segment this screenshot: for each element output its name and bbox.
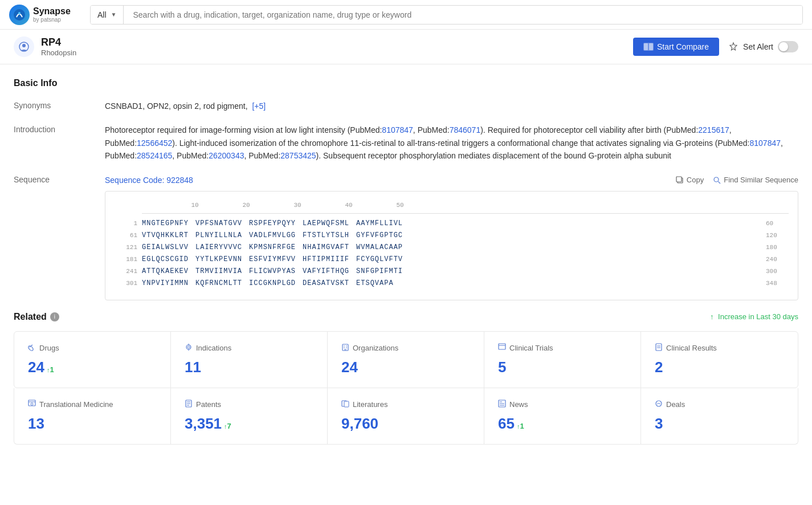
pubmed-link-2[interactable]: 7846071 bbox=[450, 125, 481, 135]
related-title: Related bbox=[14, 312, 47, 322]
seq-start-num: 61 bbox=[115, 231, 137, 241]
card-icon bbox=[28, 343, 36, 353]
seq-blocks: ATTQKAEKEVTRMVIIMVIAFLICWVPYASVAFYIFTHQG… bbox=[142, 266, 761, 277]
seq-block: EGLQCSCGID bbox=[142, 254, 189, 265]
search-dropdown[interactable]: All ▼ bbox=[91, 6, 124, 24]
seq-block: GYFVFGPTGC bbox=[356, 230, 403, 241]
seq-block: KPMSNFRFGE bbox=[249, 242, 296, 253]
pubmed-link-6[interactable]: 28524165 bbox=[137, 151, 172, 160]
card-count: 13 bbox=[28, 415, 157, 433]
card-label-text: News bbox=[509, 400, 528, 409]
intro-text-2: , PubMed: bbox=[413, 125, 450, 135]
card-label-text: Indications bbox=[196, 344, 231, 352]
sequence-box: 10 20 30 40 50 1 MNGTEGPNFYVPFSNATGVVRSP… bbox=[105, 191, 798, 300]
seq-block: LAEPWQFSML bbox=[303, 218, 349, 229]
svg-point-3 bbox=[22, 44, 26, 47]
pubmed-link-3[interactable]: 2215617 bbox=[698, 125, 729, 135]
card-label-text: Literatures bbox=[353, 400, 387, 409]
svg-rect-4 bbox=[644, 43, 648, 50]
intro-text-7: , PubMed: bbox=[172, 151, 209, 160]
svg-point-12 bbox=[187, 346, 190, 348]
find-similar-icon bbox=[713, 176, 721, 184]
seq-blocks: MNGTEGPNFYVPFSNATGVVRSPFEYPQYYLAEPWQFSML… bbox=[142, 218, 761, 229]
intro-text-8: , PubMed: bbox=[244, 151, 280, 160]
pubmed-link-1[interactable]: 8107847 bbox=[382, 125, 413, 135]
card-label-text: Translational Medicine bbox=[39, 400, 113, 409]
related-card[interactable]: Indications 11 bbox=[171, 332, 328, 388]
pubmed-link-5[interactable]: 8107847 bbox=[750, 139, 781, 148]
svg-point-1 bbox=[18, 12, 21, 14]
card-label-text: Patents bbox=[196, 400, 221, 409]
sequence-line: 61 VTVQHKKLRTPLNYILLNLAVADLFMVLGGFTSTLYT… bbox=[115, 230, 789, 241]
entity-subtitle: Rhodopsin bbox=[41, 48, 633, 57]
related-card[interactable]: Patents 3,351↑7 bbox=[171, 388, 328, 444]
card-label: Drugs bbox=[28, 343, 157, 353]
related-card[interactable]: Drugs 24↑1 bbox=[14, 332, 171, 388]
related-bottom-grid: Translational Medicine 13 Patents 3,351↑… bbox=[14, 388, 798, 445]
seq-start-num: 301 bbox=[115, 279, 137, 289]
related-card[interactable]: News 65↑1 bbox=[484, 388, 641, 444]
seq-block: HFTIPMIIIF bbox=[303, 254, 349, 265]
card-label: Clinical Trials bbox=[498, 343, 627, 353]
intro-text-3: ). Required for photoreceptor cell viabi… bbox=[480, 125, 698, 135]
seq-start-num: 121 bbox=[115, 243, 137, 253]
copy-icon bbox=[676, 176, 684, 184]
seq-block: FTSTLYTSLH bbox=[303, 230, 349, 241]
main-content: Basic Info Synonyms CSNBAD1, OPN2, opsin… bbox=[0, 64, 812, 458]
synonyms-more-link[interactable]: [+5] bbox=[252, 101, 266, 111]
svg-point-11 bbox=[186, 345, 191, 349]
start-compare-button[interactable]: Start Compare bbox=[633, 38, 719, 56]
intro-text-9: ). Subsequent receptor phosphorylation m… bbox=[316, 151, 671, 160]
dropdown-label: All bbox=[97, 10, 107, 19]
svg-rect-15 bbox=[342, 344, 348, 351]
seq-block: YNPVIYIMMN bbox=[142, 278, 189, 289]
sequence-code[interactable]: Sequence Code: 922848 bbox=[105, 174, 193, 186]
card-count: 11 bbox=[185, 359, 313, 376]
related-card[interactable]: Clinical Results 2 bbox=[641, 332, 798, 388]
sequence-line: 301 YNPVIYIMMNKQFRNCMLTTICCGKNPLGDDEASAT… bbox=[115, 278, 789, 289]
search-input[interactable] bbox=[124, 6, 802, 24]
set-alert-area: Set Alert bbox=[728, 41, 798, 52]
chevron-down-icon: ▼ bbox=[111, 11, 117, 18]
sequence-row: Sequence Sequence Code: 922848 Copy bbox=[14, 174, 798, 300]
seq-end-num: 180 bbox=[766, 243, 789, 253]
related-card[interactable]: Translational Medicine 13 bbox=[14, 388, 171, 444]
find-similar-button[interactable]: Find Similar Sequence bbox=[713, 176, 798, 184]
svg-rect-5 bbox=[649, 43, 653, 50]
seq-block: ETSQVAPA bbox=[356, 278, 394, 289]
sequence-lines: 1 MNGTEGPNFYVPFSNATGVVRSPFEYPQYYLAEPWQFS… bbox=[115, 218, 789, 290]
set-alert-label: Set Alert bbox=[743, 42, 773, 51]
pubmed-link-8[interactable]: 28753425 bbox=[280, 151, 316, 160]
copy-button[interactable]: Copy bbox=[676, 176, 704, 184]
alert-toggle[interactable] bbox=[778, 41, 798, 52]
logo-text: Synapse by patsnap bbox=[33, 6, 71, 23]
search-area: All ▼ bbox=[90, 5, 803, 25]
related-card[interactable]: Clinical Trials 5 bbox=[484, 332, 641, 388]
related-card[interactable]: Literatures 9,760 bbox=[328, 388, 484, 444]
count-increase: ↑1 bbox=[517, 422, 524, 430]
seq-block: YYTLKPEVNN bbox=[195, 254, 242, 265]
card-icon bbox=[655, 400, 663, 409]
sequence-line: 241 ATTQKAEKEVTRMVIIMVIAFLICWVPYASVAFYIF… bbox=[115, 266, 789, 277]
logo-name: Synapse bbox=[33, 6, 71, 17]
count-increase: ↑7 bbox=[224, 422, 231, 430]
card-label-text: Deals bbox=[666, 400, 685, 409]
seq-block: ESFVIYMFVV bbox=[249, 254, 296, 265]
introduction-value: Photoreceptor required for image-forming… bbox=[105, 124, 798, 162]
seq-block: KQFRNCMLTT bbox=[195, 278, 242, 289]
related-info-icon[interactable]: i bbox=[50, 312, 59, 321]
seq-block: SNFGPIFMTI bbox=[356, 266, 403, 277]
sequence-label: Sequence bbox=[14, 174, 105, 184]
sequence-line: 181 EGLQCSCGIDYYTLKPEVNNESFVIYMFVVHFTIPM… bbox=[115, 254, 789, 265]
pubmed-link-4[interactable]: 12566452 bbox=[137, 139, 172, 148]
card-label: Patents bbox=[185, 400, 313, 409]
pubmed-link-7[interactable]: 26200343 bbox=[209, 151, 244, 160]
related-card[interactable]: Organizations 24 bbox=[328, 332, 484, 388]
seq-block: VADLFMVLGG bbox=[249, 230, 296, 241]
related-card[interactable]: Deals 3 bbox=[641, 388, 798, 444]
card-count: 5 bbox=[498, 359, 627, 376]
card-icon bbox=[498, 400, 506, 409]
entity-icon bbox=[14, 36, 34, 57]
seq-blocks: EGLQCSCGIDYYTLKPEVNNESFVIYMFVVHFTIPMIIIF… bbox=[142, 254, 761, 265]
card-count: 24 bbox=[341, 359, 470, 376]
